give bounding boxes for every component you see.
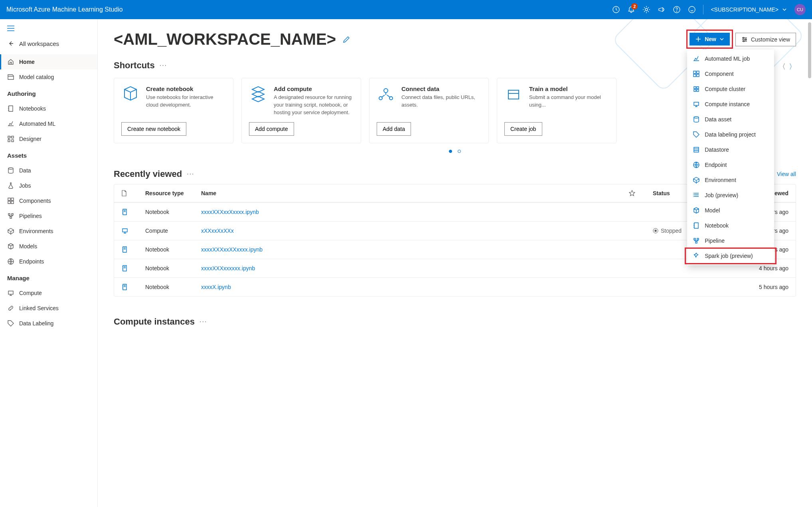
subscription-label: <SUBSCRIPTION_NAME> <box>711 6 778 13</box>
notebook-icon <box>121 265 145 272</box>
back-label: All workspaces <box>19 40 59 47</box>
new-menu-job-preview-[interactable]: Job (preview) <box>687 188 774 203</box>
more-icon[interactable]: ··· <box>200 318 207 325</box>
automl-icon <box>693 55 700 62</box>
svg-point-4 <box>689 6 695 13</box>
subscription-picker[interactable]: <SUBSCRIPTION_NAME> <box>711 6 787 13</box>
sidebar-item-pipelines[interactable]: Pipelines <box>0 208 97 224</box>
customize-view-button[interactable]: Customize view <box>735 33 796 46</box>
sidebar-item-environments[interactable]: Environments <box>0 224 97 239</box>
svg-point-3 <box>677 11 677 12</box>
annotation-spark-job <box>685 248 776 264</box>
plus-icon <box>695 36 701 42</box>
carousel-dot-1[interactable] <box>449 150 452 153</box>
customize-label: Customize view <box>751 36 790 43</box>
recently-viewed-heading: Recently viewed <box>114 169 182 179</box>
carousel-next-icon[interactable]: 〉 <box>789 62 796 71</box>
col-icon <box>121 190 145 196</box>
avatar[interactable]: CU <box>794 4 806 15</box>
sidebar-item-label: Automated ML <box>19 121 55 127</box>
global-header: Microsoft Azure Machine Learning Studio … <box>0 0 812 19</box>
sidebar-item-label: Home <box>19 59 35 65</box>
chevron-down-icon <box>719 37 724 42</box>
sidebar-item-designer[interactable]: Designer <box>0 131 97 147</box>
sidebar-item-label: Pipelines <box>19 213 42 219</box>
dropdown-item-label: Data labeling project <box>705 131 756 138</box>
notebook-icon <box>121 283 145 291</box>
feedback-icon[interactable] <box>688 6 696 14</box>
new-menu-compute-cluster[interactable]: Compute cluster <box>687 81 774 97</box>
cell-name-link[interactable]: xXXxxXxXXx <box>201 228 629 234</box>
sidebar-item-notebooks[interactable]: Notebooks <box>0 101 97 116</box>
sidebar-item-compute[interactable]: Compute <box>0 285 97 301</box>
svg-point-1 <box>645 8 648 11</box>
compute-icon <box>693 101 700 108</box>
sidebar-item-home[interactable]: Home <box>0 54 97 69</box>
card-action-button[interactable]: Add compute <box>249 122 294 136</box>
new-menu-pipeline[interactable]: Pipeline <box>687 233 774 248</box>
megaphone-icon[interactable] <box>658 6 666 14</box>
new-menu-endpoint[interactable]: Endpoint <box>687 157 774 172</box>
view-all-link[interactable]: View all <box>777 171 796 177</box>
sidebar-item-linked-services[interactable]: Linked Services <box>0 301 97 316</box>
dropdown-item-label: Compute instance <box>705 101 750 107</box>
more-icon[interactable]: ··· <box>187 170 194 178</box>
cell-type: Notebook <box>145 209 201 215</box>
new-menu-notebook[interactable]: Notebook <box>687 218 774 233</box>
clock-icon[interactable] <box>612 6 620 14</box>
datastore-icon <box>693 146 700 153</box>
card-action-button[interactable]: Create new notebook <box>121 122 186 136</box>
sidebar-item-data[interactable]: Data <box>0 163 97 178</box>
home-icon <box>7 58 14 65</box>
new-menu-component[interactable]: Component <box>687 66 774 81</box>
sidebar-item-label: Linked Services <box>19 305 59 311</box>
new-button[interactable]: New <box>690 33 730 46</box>
gear-icon[interactable] <box>642 6 650 14</box>
cell-name-link[interactable]: xxxxXXXxxXXxxxx.ipynb <box>201 246 629 253</box>
environment-icon <box>7 228 14 235</box>
sidebar-item-label: Jobs <box>19 182 31 189</box>
sidebar-item-automated-ml[interactable]: Automated ML <box>0 116 97 131</box>
sidebar-item-components[interactable]: Components <box>0 193 97 208</box>
carousel-prev-icon[interactable]: 〈 <box>778 62 786 71</box>
compute-instances-heading: Compute instances <box>114 317 195 327</box>
sidebar-item-endpoints[interactable]: Endpoints <box>0 254 97 269</box>
back-all-workspaces[interactable]: All workspaces <box>0 36 97 54</box>
sidebar-item-model-catalog[interactable]: Model catalog <box>0 69 97 85</box>
new-menu-datastore[interactable]: Datastore <box>687 142 774 157</box>
cell-name-link[interactable]: xxxxX.ipynb <box>201 284 629 290</box>
carousel-dot-2[interactable] <box>458 150 461 153</box>
dropdown-item-label: Notebook <box>705 222 729 229</box>
notebook-icon <box>693 222 700 229</box>
new-menu-spark-job-preview-[interactable]: Spark job (preview) <box>687 248 774 263</box>
new-menu-environment[interactable]: Environment <box>687 172 774 188</box>
bell-icon[interactable]: 2 <box>627 6 635 14</box>
sidebar-item-jobs[interactable]: Jobs <box>0 178 97 193</box>
connect-data-icon <box>377 85 395 104</box>
pencil-icon[interactable] <box>342 36 350 44</box>
sidebar-item-models[interactable]: Models <box>0 239 97 254</box>
divider <box>703 5 703 14</box>
new-menu-data-labeling-project[interactable]: Data labeling project <box>687 127 774 142</box>
hamburger-icon[interactable] <box>0 24 97 36</box>
job-icon <box>693 192 700 199</box>
help-icon[interactable] <box>673 6 681 14</box>
automl-icon <box>7 120 14 127</box>
card-title: Train a model <box>529 85 609 92</box>
cluster-icon <box>693 85 700 93</box>
card-action-button[interactable]: Create job <box>504 122 542 136</box>
dropdown-item-label: Pipeline <box>705 238 725 244</box>
cell-name-link[interactable]: xxxxXXXxxxxxx.ipynb <box>201 265 629 271</box>
sidebar-heading-authoring: Authoring <box>0 85 97 101</box>
sidebar-heading-assets: Assets <box>0 147 97 163</box>
new-menu-automated-ml-job[interactable]: Automated ML job <box>687 51 774 66</box>
card-action-button[interactable]: Add data <box>377 122 411 136</box>
new-menu-compute-instance[interactable]: Compute instance <box>687 97 774 112</box>
new-menu-data-asset[interactable]: Data asset <box>687 112 774 127</box>
cell-name-link[interactable]: xxxxXXXxxXxxxx.ipynb <box>201 209 629 215</box>
sidebar-item-data-labeling[interactable]: Data Labeling <box>0 316 97 331</box>
more-icon[interactable]: ··· <box>160 62 167 69</box>
new-menu-model[interactable]: Model <box>687 203 774 218</box>
notebook-card-icon <box>121 85 140 104</box>
notebook-icon <box>121 208 145 216</box>
